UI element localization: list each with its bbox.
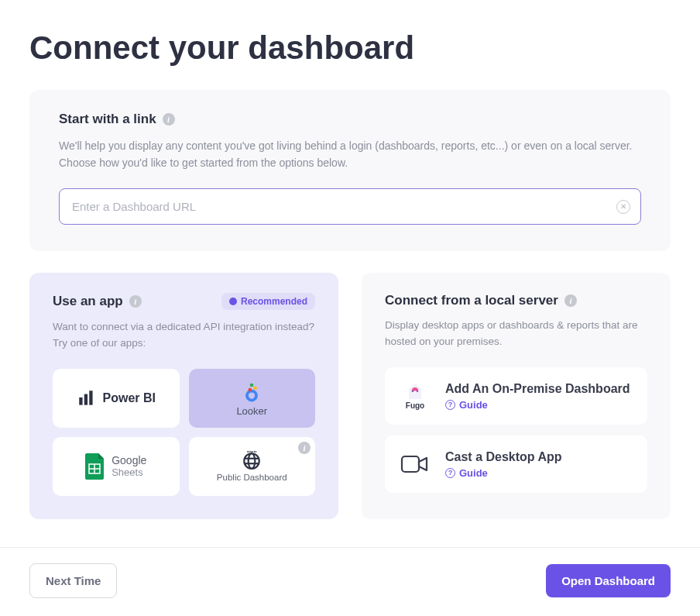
svg-point-16 (417, 391, 418, 392)
recommended-badge: Recommended (221, 293, 315, 310)
app-tile-public-dashboard[interactable]: i WWW Public Dashboard (189, 437, 316, 496)
link-card: Start with a link i We'll help you displ… (29, 90, 671, 251)
camera-icon (400, 453, 430, 475)
info-icon[interactable]: i (564, 294, 577, 307)
app-label: Public Dashboard (217, 473, 287, 482)
guide-label: Guide (459, 467, 488, 479)
looker-icon (240, 380, 263, 404)
recommended-badge-label: Recommended (241, 296, 307, 307)
powerbi-icon (77, 388, 97, 408)
next-time-button[interactable]: Next Time (29, 563, 117, 598)
info-icon[interactable]: i (298, 442, 311, 454)
info-icon[interactable]: i (163, 113, 175, 126)
svg-point-6 (249, 387, 252, 391)
link-section-desc: We'll help you display any content you'v… (59, 138, 641, 171)
local-item-cast[interactable]: Cast a Desktop App ? Guide (385, 435, 647, 493)
svg-point-10 (245, 453, 260, 469)
local-list: Fugo Add An On-Premise Dashboard ? Guide (385, 367, 647, 493)
app-label: Looker (236, 405, 267, 417)
svg-rect-0 (79, 397, 82, 405)
svg-point-15 (412, 391, 413, 392)
svg-text:WWW: WWW (247, 451, 258, 453)
svg-rect-17 (402, 456, 419, 472)
apps-panel-title: Use an app (53, 294, 123, 309)
app-label: Power BI (103, 391, 156, 405)
local-panel-header: Connect from a local server i (385, 293, 647, 308)
footer: Next Time Open Dashboard (0, 547, 700, 616)
local-panel-title: Connect from a local server (385, 293, 558, 308)
svg-point-11 (249, 453, 256, 469)
two-column-row: Use an app i Recommended Want to connect… (29, 273, 671, 519)
local-item-title: Add An On-Premise Dashboard (445, 382, 630, 396)
svg-rect-1 (84, 394, 87, 405)
info-icon[interactable]: i (129, 295, 142, 308)
apps-panel: Use an app i Recommended Want to connect… (29, 273, 338, 519)
google-sheets-icon (85, 453, 105, 480)
help-icon: ? (445, 468, 455, 478)
app-tile-google-sheets[interactable]: Google Sheets (53, 437, 180, 496)
svg-point-5 (247, 391, 256, 400)
page-title: Connect your dashboard (29, 29, 671, 67)
local-panel-desc: Display desktop apps or dashboards & rep… (385, 318, 647, 350)
guide-link[interactable]: ? Guide (445, 467, 562, 479)
local-item-title: Cast a Desktop App (445, 450, 562, 464)
apps-panel-desc: Want to connect via a dedicated API inte… (53, 319, 315, 352)
guide-label: Guide (459, 399, 488, 411)
link-section-title: Start with a link (59, 112, 156, 127)
clear-input-icon[interactable]: ✕ (616, 200, 630, 214)
help-icon: ? (445, 400, 455, 410)
app-label: Google (112, 455, 146, 466)
svg-point-3 (250, 383, 254, 387)
fugo-icon: Fugo (399, 380, 431, 412)
open-dashboard-button[interactable]: Open Dashboard (546, 564, 671, 597)
app-tile-powerbi[interactable]: Power BI (53, 369, 180, 428)
fugo-label: Fugo (406, 401, 424, 410)
apps-panel-header: Use an app i Recommended (53, 293, 315, 310)
dashboard-url-input[interactable] (59, 188, 641, 225)
svg-point-4 (254, 387, 257, 390)
app-tile-looker[interactable]: Looker (189, 369, 316, 428)
local-panel: Connect from a local server i Display de… (362, 273, 671, 519)
app-grid: Power BI Looker (53, 369, 315, 496)
local-item-onpremise[interactable]: Fugo Add An On-Premise Dashboard ? Guide (385, 367, 647, 425)
url-input-wrap: ✕ (59, 188, 641, 225)
guide-link[interactable]: ? Guide (445, 399, 630, 411)
globe-icon: WWW (242, 451, 262, 471)
app-sublabel: Sheets (112, 467, 146, 478)
svg-rect-2 (89, 391, 92, 404)
link-section-header: Start with a link i (59, 112, 641, 127)
